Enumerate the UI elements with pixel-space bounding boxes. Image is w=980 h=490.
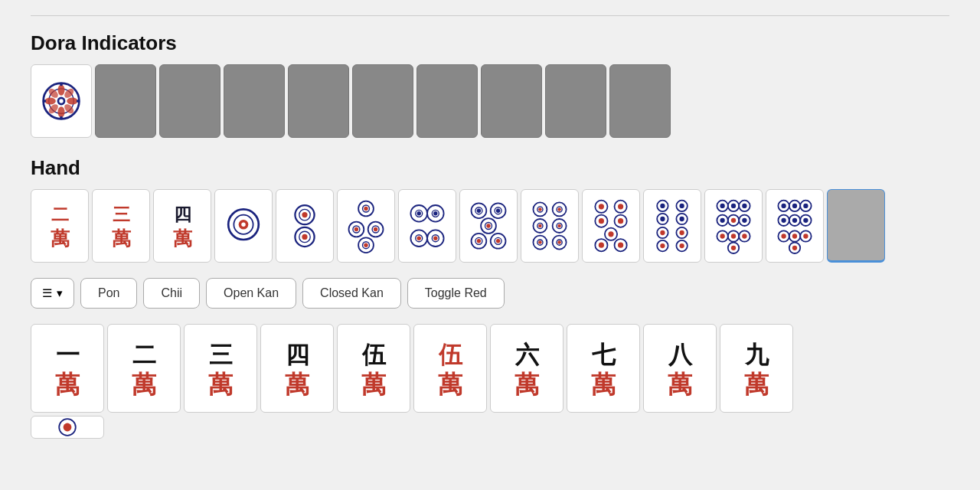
svg-text:七: 七 [592, 342, 616, 368]
picker-tile-6man[interactable]: 六 萬 [490, 324, 564, 413]
dora-tile-2[interactable] [159, 64, 220, 138]
svg-text:四: 四 [174, 204, 191, 224]
top-divider [31, 15, 949, 16]
picker-4man-svg: 四 萬 [270, 333, 325, 403]
svg-point-64 [486, 224, 490, 227]
picker-5man-red-svg: 伍 萬 [423, 333, 478, 403]
svg-point-134 [731, 234, 736, 238]
svg-point-55 [433, 237, 437, 240]
picker-5man-svg: 伍 萬 [346, 333, 401, 403]
dora-tile-3[interactable] [224, 64, 285, 138]
7pin-svg [590, 197, 632, 255]
svg-point-46 [417, 211, 421, 215]
svg-point-37 [354, 227, 358, 231]
svg-point-158 [792, 246, 797, 250]
hand-tile-4man[interactable]: 四 萬 [153, 189, 211, 263]
svg-text:四: 四 [286, 342, 309, 368]
hand-tile-2pin[interactable] [276, 189, 334, 263]
dora-tile-6[interactable] [416, 64, 478, 138]
pon-button[interactable]: Pon [80, 278, 137, 309]
svg-point-100 [599, 243, 604, 248]
hand-tile-9pin-b[interactable] [766, 189, 824, 263]
hand-tile-5pin[interactable] [459, 189, 518, 263]
hand-tile-7pin[interactable] [582, 189, 640, 263]
hand-tile-2man[interactable]: 二 萬 [31, 189, 89, 263]
picker-1man-svg: 一 萬 [40, 333, 95, 403]
svg-text:萬: 萬 [132, 371, 157, 398]
svg-point-67 [477, 239, 481, 243]
svg-point-2 [58, 84, 65, 95]
svg-point-61 [496, 209, 500, 213]
picker-tile-7man[interactable]: 七 萬 [567, 324, 640, 413]
closed-kan-button[interactable]: Closed Kan [302, 278, 401, 309]
svg-point-128 [731, 218, 736, 223]
picker-2man-svg: 二 萬 [116, 333, 172, 403]
open-kan-button[interactable]: Open Kan [206, 278, 296, 309]
hand-tile-3man[interactable]: 三 萬 [92, 189, 150, 263]
hand-tile-4pin[interactable] [398, 189, 456, 263]
9pin-b-svg [774, 197, 815, 255]
svg-text:萬: 萬 [55, 371, 80, 398]
svg-point-108 [660, 217, 665, 221]
dora-tile-1[interactable] [95, 64, 156, 138]
3man-svg: 三 萬 [100, 197, 142, 255]
svg-point-146 [781, 218, 786, 223]
dora-tile-0[interactable] [31, 64, 92, 138]
hand-tile-3pin[interactable] [337, 189, 395, 263]
svg-point-73 [538, 207, 542, 211]
picker-pin-row[interactable] [31, 416, 104, 439]
dora-tile-4[interactable] [288, 64, 349, 138]
svg-point-31 [302, 234, 307, 240]
picker-tile-9man[interactable]: 九 萬 [720, 324, 793, 413]
svg-text:九: 九 [744, 342, 769, 368]
chii-button[interactable]: Chii [143, 278, 200, 309]
svg-point-15 [77, 100, 80, 103]
svg-point-180 [64, 423, 72, 432]
hand-tile-8pin[interactable] [643, 189, 701, 263]
hand-title: Hand [31, 156, 949, 180]
svg-point-138 [731, 246, 736, 250]
svg-point-13 [60, 116, 63, 119]
svg-text:萬: 萬 [285, 371, 310, 398]
svg-text:三: 三 [113, 204, 130, 224]
hand-section: Hand 二 萬 三 萬 四 萬 [31, 156, 949, 263]
picker-tile-1man[interactable]: 一 萬 [31, 324, 104, 413]
svg-point-76 [557, 207, 561, 211]
8pin-svg [652, 197, 693, 255]
dora-tile-7[interactable] [481, 64, 542, 138]
svg-point-118 [679, 243, 684, 248]
dora-title: Dora Indicators [31, 31, 949, 55]
hamburger-icon: ☰ [42, 286, 52, 300]
svg-point-4 [44, 98, 55, 105]
picker-tile-3man[interactable]: 三 萬 [184, 324, 257, 413]
svg-point-52 [417, 237, 421, 240]
svg-point-150 [803, 218, 808, 223]
hand-tile-1pin[interactable] [214, 189, 273, 263]
picker-tile-5man-red[interactable]: 伍 萬 [413, 324, 487, 413]
dora-tile-5[interactable] [352, 64, 413, 138]
picker-tile-2man[interactable]: 二 萬 [107, 324, 181, 413]
picker-tile-4man[interactable]: 四 萬 [260, 324, 334, 413]
toggle-red-button[interactable]: Toggle Red [407, 278, 505, 309]
svg-point-85 [538, 240, 542, 244]
svg-point-132 [720, 234, 724, 238]
menu-button[interactable]: ☰ ▾ [31, 278, 74, 309]
hand-tile-6pin[interactable] [521, 189, 579, 263]
dora-tile-9[interactable] [609, 64, 671, 138]
svg-point-43 [364, 243, 368, 247]
svg-point-126 [720, 218, 724, 223]
dora-tile-8[interactable] [545, 64, 606, 138]
svg-point-92 [618, 204, 623, 209]
picker-tile-5man[interactable]: 伍 萬 [337, 324, 410, 413]
svg-text:萬: 萬 [51, 228, 70, 249]
svg-text:伍: 伍 [361, 342, 387, 368]
svg-point-154 [792, 234, 797, 238]
svg-point-114 [679, 230, 684, 235]
svg-text:萬: 萬 [438, 371, 463, 398]
hand-tile-9pin-a[interactable] [704, 189, 763, 263]
picker-9man-svg: 九 萬 [729, 333, 784, 403]
4pin-svg [407, 197, 448, 255]
picker-tile-8man[interactable]: 八 萬 [643, 324, 717, 413]
4man-svg: 四 萬 [162, 197, 203, 255]
hand-tile-empty[interactable] [827, 189, 885, 263]
